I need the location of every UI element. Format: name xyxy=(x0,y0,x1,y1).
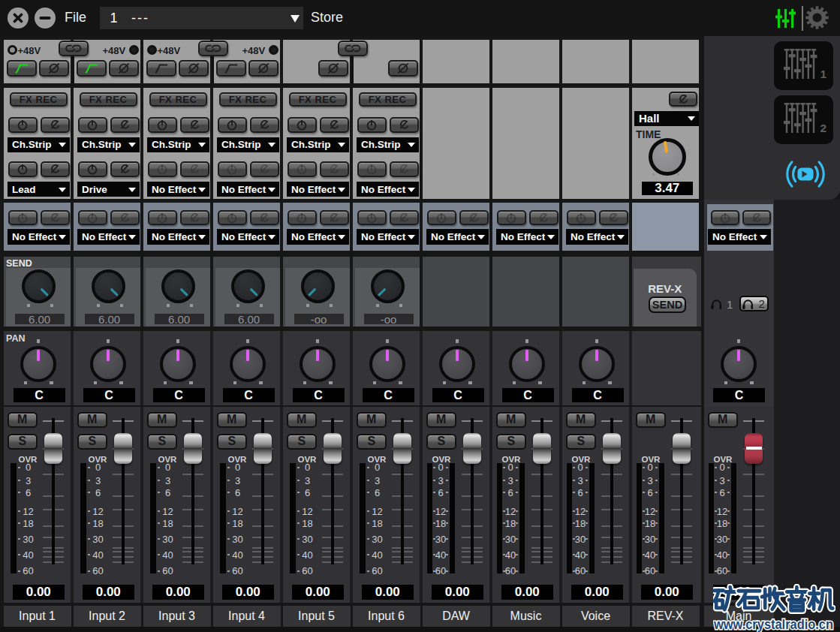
svg-text:www.crystalradio.cn: www.crystalradio.cn xyxy=(713,617,833,632)
svg-text:2: 2 xyxy=(820,122,826,134)
svg-text:1: 1 xyxy=(820,68,826,80)
